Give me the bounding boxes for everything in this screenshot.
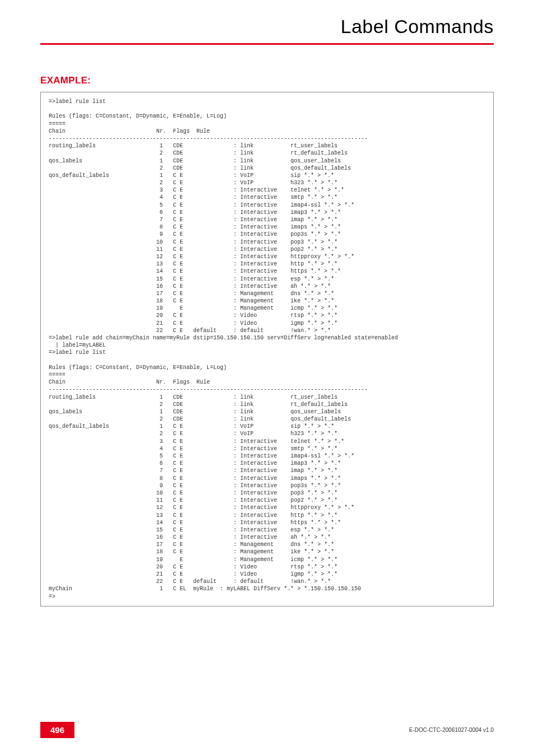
page-number: 496 (40, 722, 74, 738)
doc-id: E-DOC-CTC-20061027-0004 v1.0 (409, 727, 494, 733)
code-block: =>label rule list Rules (flags: C=Consta… (40, 92, 494, 606)
header-rule (40, 43, 494, 45)
page-title: Label Commands (0, 16, 494, 38)
example-heading: EXAMPLE: (40, 75, 534, 86)
